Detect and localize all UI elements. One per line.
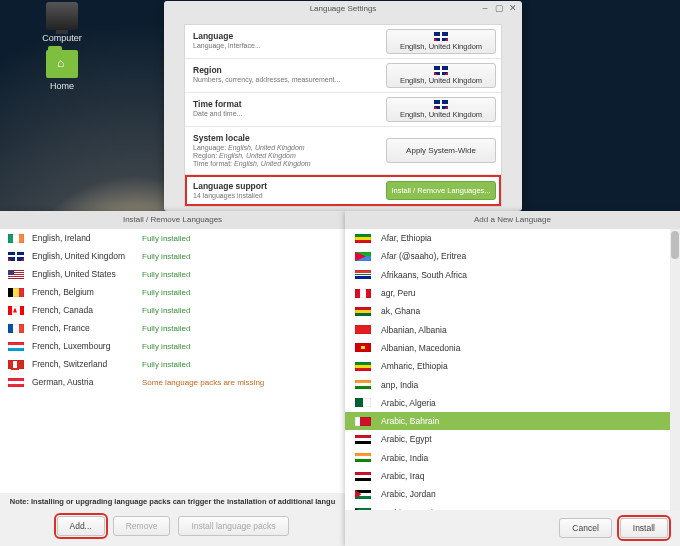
row-sub: Date and time... [193, 110, 373, 118]
cancel-button[interactable]: Cancel [559, 518, 611, 538]
ie-flag-icon [8, 234, 24, 243]
list-item[interactable]: English, IrelandFully installed [0, 229, 345, 247]
list-item[interactable]: anp, India [345, 375, 680, 393]
pe-flag-icon [355, 289, 371, 298]
add-button[interactable]: Add... [57, 516, 105, 536]
row-header: System locale [193, 133, 373, 143]
list-item[interactable]: French, LuxembourgFully installed [0, 337, 345, 355]
window-titlebar[interactable]: Language Settings – ▢ ✕ [164, 1, 522, 17]
list-item[interactable]: Arabic, Iraq [345, 467, 680, 485]
list-item[interactable]: ak, Ghana [345, 302, 680, 320]
row-sub: Numbers, currency, addresses, measuremen… [193, 76, 373, 84]
list-item[interactable]: Arabic, Egypt [345, 430, 680, 448]
scrollbar-thumb[interactable] [671, 231, 679, 259]
us-flag-icon [8, 270, 24, 279]
row-language: Language Language, interface... English,… [185, 25, 501, 59]
dialog-title: Install / Remove Languages [0, 211, 345, 229]
list-item[interactable]: French, FranceFully installed [0, 319, 345, 337]
list-item[interactable]: English, United KingdomFully installed [0, 247, 345, 265]
list-item[interactable]: Arabic, Kuwait [345, 503, 680, 510]
list-item[interactable]: French, SwitzerlandFully installed [0, 355, 345, 373]
list-item[interactable]: German, AustriaSome language packs are m… [0, 373, 345, 391]
language-name: English, Ireland [32, 233, 142, 243]
window-close-icon[interactable]: ✕ [508, 3, 518, 13]
desktop-icon-home[interactable]: Home [30, 50, 94, 91]
install-language-packs-button[interactable]: Install language packs [178, 516, 288, 536]
jo-flag-icon [355, 490, 371, 499]
window-minimize-icon[interactable]: – [480, 3, 490, 13]
install-status: Fully installed [142, 288, 190, 297]
row-header: Language support [193, 181, 373, 191]
list-item[interactable]: Albanian, Macedonia [345, 339, 680, 357]
language-name: Arabic, Bahrain [381, 416, 439, 426]
list-item[interactable]: Arabic, Jordan [345, 485, 680, 503]
et-flag-icon [355, 234, 371, 243]
dropdown-value: English, United Kingdom [387, 76, 495, 85]
install-status: Fully installed [142, 360, 190, 369]
al-flag-icon [355, 325, 371, 334]
install-button[interactable]: Install [620, 518, 668, 538]
language-name: anp, India [381, 380, 418, 390]
er-flag-icon [355, 252, 371, 261]
list-item[interactable]: agr, Peru [345, 284, 680, 302]
install-remove-languages-dialog: Install / Remove Languages English, Irel… [0, 211, 345, 546]
region-dropdown[interactable]: English, United Kingdom [386, 63, 496, 88]
kw-flag-icon [355, 508, 371, 510]
row-header: Time format [193, 99, 373, 109]
installed-languages-list[interactable]: English, IrelandFully installedEnglish, … [0, 229, 345, 493]
list-item[interactable]: Afar, Ethiopia [345, 229, 680, 247]
computer-icon [46, 2, 78, 30]
home-folder-icon [46, 50, 78, 78]
list-item[interactable]: Afar (@saaho), Eritrea [345, 247, 680, 265]
language-name: English, United Kingdom [32, 251, 142, 261]
mk-flag-icon [355, 343, 371, 352]
install-status: Fully installed [142, 324, 190, 333]
language-dropdown[interactable]: English, United Kingdom [386, 29, 496, 54]
install-status: Fully installed [142, 306, 190, 315]
install-status: Fully installed [142, 270, 190, 279]
language-name: Arabic, Jordan [381, 489, 436, 499]
language-name: French, Switzerland [32, 359, 142, 369]
window-maximize-icon[interactable]: ▢ [494, 3, 504, 13]
list-item[interactable]: Afrikaans, South Africa [345, 266, 680, 284]
be-flag-icon [8, 288, 24, 297]
list-item[interactable]: French, BelgiumFully installed [0, 283, 345, 301]
list-item[interactable]: Albanian, Albania [345, 320, 680, 338]
install-remove-languages-button[interactable]: Install / Remove Languages... [386, 181, 496, 200]
language-name: ak, Ghana [381, 306, 420, 316]
language-name: French, France [32, 323, 142, 333]
iq-flag-icon [355, 472, 371, 481]
timeformat-dropdown[interactable]: English, United Kingdom [386, 97, 496, 122]
scrollbar[interactable] [670, 229, 680, 510]
apply-systemwide-button[interactable]: Apply System-Wide [386, 138, 496, 163]
list-item[interactable]: Amharic, Ethiopia [345, 357, 680, 375]
ca-flag-icon [8, 306, 24, 315]
language-name: Afar, Ethiopia [381, 233, 432, 243]
uk-flag-icon [434, 66, 448, 75]
install-status: Some language packs are missing [142, 378, 264, 387]
list-item[interactable]: Arabic, Algeria [345, 394, 680, 412]
available-languages-list[interactable]: Afar, EthiopiaAfar (@saaho), EritreaAfri… [345, 229, 680, 510]
language-name: agr, Peru [381, 288, 416, 298]
language-name: French, Belgium [32, 287, 142, 297]
list-item[interactable]: French, CanadaFully installed [0, 301, 345, 319]
language-name: Afar (@saaho), Eritrea [381, 251, 466, 261]
uk-flag-icon [434, 32, 448, 41]
list-item[interactable]: Arabic, Bahrain [345, 412, 680, 430]
dropdown-value: English, United Kingdom [387, 42, 495, 51]
list-item[interactable]: Arabic, India [345, 449, 680, 467]
window-title: Language Settings [310, 4, 377, 13]
language-name: French, Canada [32, 305, 142, 315]
row-header: Language [193, 31, 373, 41]
language-name: Amharic, Ethiopia [381, 361, 448, 371]
install-status: Fully installed [142, 252, 190, 261]
ch-flag-icon [8, 360, 24, 369]
install-note: Note: Installing or upgrading language p… [0, 493, 345, 510]
dropdown-value: English, United Kingdom [387, 110, 495, 119]
list-item[interactable]: English, United StatesFully installed [0, 265, 345, 283]
desktop-icon-label: Computer [30, 33, 94, 43]
language-name: French, Luxembourg [32, 341, 142, 351]
desktop-icon-computer[interactable]: Computer [30, 2, 94, 43]
dz-flag-icon [355, 398, 371, 407]
remove-button[interactable]: Remove [113, 516, 171, 536]
